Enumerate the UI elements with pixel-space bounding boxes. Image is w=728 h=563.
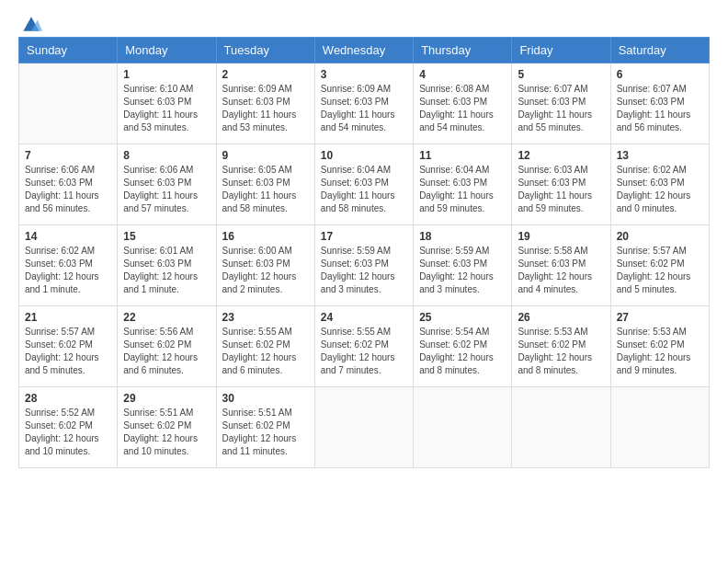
day-info: Sunrise: 5:55 AM Sunset: 6:02 PM Dayligh… — [321, 326, 407, 377]
day-info: Sunrise: 6:05 AM Sunset: 6:03 PM Dayligh… — [222, 164, 309, 215]
day-number: 12 — [518, 149, 604, 162]
calendar-cell: 5Sunrise: 6:07 AM Sunset: 6:03 PM Daylig… — [512, 63, 610, 144]
calendar-cell: 3Sunrise: 6:09 AM Sunset: 6:03 PM Daylig… — [314, 63, 413, 144]
weekday-header-sunday: Sunday — [19, 38, 118, 63]
day-info: Sunrise: 6:09 AM Sunset: 6:03 PM Dayligh… — [321, 83, 407, 134]
calendar-cell: 2Sunrise: 6:09 AM Sunset: 6:03 PM Daylig… — [216, 63, 314, 144]
day-number: 7 — [25, 149, 111, 162]
week-row-5: 28Sunrise: 5:52 AM Sunset: 6:02 PM Dayli… — [19, 387, 710, 468]
weekday-header-friday: Friday — [512, 38, 610, 63]
week-row-4: 21Sunrise: 5:57 AM Sunset: 6:02 PM Dayli… — [19, 306, 710, 387]
day-number: 19 — [518, 230, 604, 243]
calendar-cell — [414, 387, 512, 468]
calendar-cell: 23Sunrise: 5:55 AM Sunset: 6:02 PM Dayli… — [216, 306, 314, 387]
calendar-cell: 18Sunrise: 5:59 AM Sunset: 6:03 PM Dayli… — [414, 225, 512, 306]
calendar-cell: 22Sunrise: 5:56 AM Sunset: 6:02 PM Dayli… — [118, 306, 216, 387]
day-info: Sunrise: 6:00 AM Sunset: 6:03 PM Dayligh… — [222, 245, 309, 296]
day-info: Sunrise: 5:59 AM Sunset: 6:03 PM Dayligh… — [419, 245, 506, 296]
day-number: 6 — [617, 68, 703, 81]
day-info: Sunrise: 6:01 AM Sunset: 6:03 PM Dayligh… — [123, 245, 210, 296]
calendar-cell: 1Sunrise: 6:10 AM Sunset: 6:03 PM Daylig… — [118, 63, 216, 144]
day-number: 2 — [222, 68, 309, 81]
calendar-cell: 20Sunrise: 5:57 AM Sunset: 6:02 PM Dayli… — [610, 225, 709, 306]
logo — [18, 18, 42, 28]
calendar-cell: 11Sunrise: 6:04 AM Sunset: 6:03 PM Dayli… — [414, 144, 512, 225]
calendar-cell: 25Sunrise: 5:54 AM Sunset: 6:02 PM Dayli… — [414, 306, 512, 387]
day-info: Sunrise: 5:54 AM Sunset: 6:02 PM Dayligh… — [419, 326, 506, 377]
week-row-3: 14Sunrise: 6:02 AM Sunset: 6:03 PM Dayli… — [19, 225, 710, 306]
calendar-cell: 17Sunrise: 5:59 AM Sunset: 6:03 PM Dayli… — [314, 225, 413, 306]
calendar-cell: 10Sunrise: 6:04 AM Sunset: 6:03 PM Dayli… — [314, 144, 413, 225]
calendar-cell: 12Sunrise: 6:03 AM Sunset: 6:03 PM Dayli… — [512, 144, 610, 225]
day-number: 15 — [123, 230, 210, 243]
day-number: 11 — [419, 149, 506, 162]
day-number: 26 — [518, 311, 604, 324]
day-info: Sunrise: 5:53 AM Sunset: 6:02 PM Dayligh… — [518, 326, 604, 377]
calendar-cell: 7Sunrise: 6:06 AM Sunset: 6:03 PM Daylig… — [19, 144, 118, 225]
day-info: Sunrise: 6:09 AM Sunset: 6:03 PM Dayligh… — [222, 83, 309, 134]
day-info: Sunrise: 6:06 AM Sunset: 6:03 PM Dayligh… — [123, 164, 210, 215]
day-info: Sunrise: 6:10 AM Sunset: 6:03 PM Dayligh… — [123, 83, 210, 134]
day-number: 24 — [321, 311, 407, 324]
day-info: Sunrise: 5:53 AM Sunset: 6:02 PM Dayligh… — [617, 326, 703, 377]
day-number: 20 — [617, 230, 703, 243]
calendar-cell: 13Sunrise: 6:02 AM Sunset: 6:03 PM Dayli… — [610, 144, 709, 225]
calendar-cell: 26Sunrise: 5:53 AM Sunset: 6:02 PM Dayli… — [512, 306, 610, 387]
day-info: Sunrise: 5:51 AM Sunset: 6:02 PM Dayligh… — [123, 407, 210, 458]
weekday-header-saturday: Saturday — [610, 38, 709, 63]
day-info: Sunrise: 6:07 AM Sunset: 6:03 PM Dayligh… — [518, 83, 604, 134]
calendar-cell: 27Sunrise: 5:53 AM Sunset: 6:02 PM Dayli… — [610, 306, 709, 387]
calendar-header-row: SundayMondayTuesdayWednesdayThursdayFrid… — [19, 38, 710, 63]
weekday-header-tuesday: Tuesday — [216, 38, 314, 63]
day-number: 13 — [617, 149, 703, 162]
day-info: Sunrise: 5:58 AM Sunset: 6:03 PM Dayligh… — [518, 245, 604, 296]
day-info: Sunrise: 5:57 AM Sunset: 6:02 PM Dayligh… — [25, 326, 111, 377]
day-info: Sunrise: 6:02 AM Sunset: 6:03 PM Dayligh… — [617, 164, 703, 215]
calendar-table: SundayMondayTuesdayWednesdayThursdayFrid… — [18, 37, 710, 468]
day-number: 22 — [123, 311, 210, 324]
day-number: 25 — [419, 311, 506, 324]
day-number: 29 — [123, 392, 210, 405]
week-row-1: 1Sunrise: 6:10 AM Sunset: 6:03 PM Daylig… — [19, 63, 710, 144]
calendar-cell — [512, 387, 610, 468]
calendar-cell: 30Sunrise: 5:51 AM Sunset: 6:02 PM Dayli… — [216, 387, 314, 468]
day-number: 30 — [222, 392, 309, 405]
calendar-cell: 19Sunrise: 5:58 AM Sunset: 6:03 PM Dayli… — [512, 225, 610, 306]
day-info: Sunrise: 6:04 AM Sunset: 6:03 PM Dayligh… — [321, 164, 407, 215]
day-number: 18 — [419, 230, 506, 243]
day-number: 8 — [123, 149, 210, 162]
page-header — [18, 18, 710, 28]
calendar-cell: 15Sunrise: 6:01 AM Sunset: 6:03 PM Dayli… — [118, 225, 216, 306]
day-info: Sunrise: 6:06 AM Sunset: 6:03 PM Dayligh… — [25, 164, 111, 215]
day-number: 17 — [321, 230, 407, 243]
calendar-cell: 21Sunrise: 5:57 AM Sunset: 6:02 PM Dayli… — [19, 306, 118, 387]
day-info: Sunrise: 5:55 AM Sunset: 6:02 PM Dayligh… — [222, 326, 309, 377]
day-info: Sunrise: 5:51 AM Sunset: 6:02 PM Dayligh… — [222, 407, 309, 458]
calendar-cell: 4Sunrise: 6:08 AM Sunset: 6:03 PM Daylig… — [414, 63, 512, 144]
calendar-cell — [19, 63, 118, 144]
day-number: 4 — [419, 68, 506, 81]
day-info: Sunrise: 6:03 AM Sunset: 6:03 PM Dayligh… — [518, 164, 604, 215]
logo-icon — [20, 15, 42, 33]
calendar-cell: 24Sunrise: 5:55 AM Sunset: 6:02 PM Dayli… — [314, 306, 413, 387]
day-info: Sunrise: 5:52 AM Sunset: 6:02 PM Dayligh… — [25, 407, 111, 458]
day-number: 14 — [25, 230, 111, 243]
calendar-cell: 29Sunrise: 5:51 AM Sunset: 6:02 PM Dayli… — [118, 387, 216, 468]
weekday-header-monday: Monday — [118, 38, 216, 63]
weekday-header-wednesday: Wednesday — [314, 38, 413, 63]
day-number: 28 — [25, 392, 111, 405]
day-number: 16 — [222, 230, 309, 243]
day-info: Sunrise: 5:56 AM Sunset: 6:02 PM Dayligh… — [123, 326, 210, 377]
day-number: 1 — [123, 68, 210, 81]
day-number: 27 — [617, 311, 703, 324]
calendar-cell: 16Sunrise: 6:00 AM Sunset: 6:03 PM Dayli… — [216, 225, 314, 306]
day-info: Sunrise: 6:08 AM Sunset: 6:03 PM Dayligh… — [419, 83, 506, 134]
weekday-header-thursday: Thursday — [414, 38, 512, 63]
calendar-cell: 28Sunrise: 5:52 AM Sunset: 6:02 PM Dayli… — [19, 387, 118, 468]
day-number: 10 — [321, 149, 407, 162]
day-info: Sunrise: 5:57 AM Sunset: 6:02 PM Dayligh… — [617, 245, 703, 296]
calendar-cell: 6Sunrise: 6:07 AM Sunset: 6:03 PM Daylig… — [610, 63, 709, 144]
calendar-cell: 9Sunrise: 6:05 AM Sunset: 6:03 PM Daylig… — [216, 144, 314, 225]
day-info: Sunrise: 6:07 AM Sunset: 6:03 PM Dayligh… — [617, 83, 703, 134]
day-info: Sunrise: 6:04 AM Sunset: 6:03 PM Dayligh… — [419, 164, 506, 215]
